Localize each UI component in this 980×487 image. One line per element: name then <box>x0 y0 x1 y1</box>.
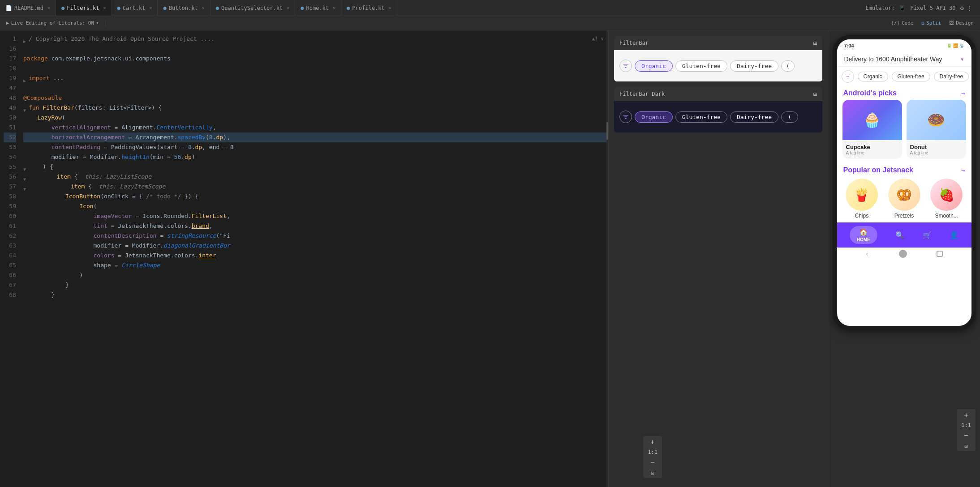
tab-button[interactable]: ● Button.kt ✕ <box>158 0 210 16</box>
phone-filter-icon[interactable] <box>842 70 854 83</box>
code-line-62: contentDescription = stringResource("Fi <box>23 231 608 241</box>
tab-close-icon[interactable]: ✕ <box>333 5 335 10</box>
chip-overflow-dark[interactable]: ( <box>781 111 798 123</box>
fold-icon[interactable]: ▶ <box>23 76 28 81</box>
back-btn[interactable]: ‹ <box>865 250 869 257</box>
fold-icon[interactable]: ▶ <box>23 37 28 41</box>
phone-delivery-text: Delivery to 1600 Amphitheater Way <box>844 56 942 63</box>
filterbar-preview-header: FilterBar ⊞ <box>614 36 822 50</box>
phone-nav-cart[interactable]: 🛒 <box>923 231 932 239</box>
phone-card-cupcake[interactable]: 🧁 Cupcake A tag line <box>842 100 902 159</box>
phone-popular-arrow[interactable]: → <box>961 167 965 174</box>
phone-androids-picks-arrow[interactable]: → <box>961 90 965 97</box>
code-line-47 <box>23 83 608 93</box>
editor-scrollbar[interactable] <box>606 30 608 487</box>
code-line-17: package com.example.jetsnack.ui.componen… <box>23 54 608 64</box>
tab-icon: ● <box>301 5 304 11</box>
tab-quantity[interactable]: ● QuantitySelector.kt ✕ <box>211 0 296 16</box>
filterbar-dark-preview-title: FilterBar Dark <box>619 91 665 97</box>
chip-gluten-free[interactable]: Gluten-free <box>675 60 727 72</box>
phone-delivery-bar[interactable]: Delivery to 1600 Amphitheater Way ▾ <box>837 52 971 67</box>
phone-card-donut[interactable]: 🍩 Donut A tag line <box>907 100 966 159</box>
code-view-btn[interactable]: ⟨/⟩ Code <box>888 19 916 27</box>
code-line-52: horizontalArrangement = Arrangement.spac… <box>23 132 608 142</box>
tab-close-icon[interactable]: ✕ <box>103 5 106 10</box>
filterbar-preview-card: FilterBar ⊞ Organic Gluten-free Dairy-fr… <box>614 36 822 81</box>
tab-profile[interactable]: ● Profile.kt ✕ <box>341 0 397 16</box>
phone-nav-home[interactable]: 🏠 HOME <box>850 226 877 244</box>
filter-chip-row: Organic Gluten-free Dairy-free ( <box>619 60 795 72</box>
settings-icon[interactable]: ⚙ <box>960 4 964 12</box>
phone-card-donut-sub: A tag line <box>910 150 963 155</box>
phone-card-donut-title: Donut <box>910 144 963 150</box>
tab-readme[interactable]: 📄 README.md ✕ <box>0 0 56 16</box>
fold-icon[interactable]: ▼ <box>23 165 28 169</box>
chip-organic-dark[interactable]: Organic <box>635 111 673 123</box>
fit-btn[interactable]: ⊡ <box>645 470 660 476</box>
tab-home[interactable]: ● Home.kt ✕ <box>295 0 341 16</box>
filterbar-preview-title: FilterBar <box>619 40 649 46</box>
filter-list-dark-icon[interactable] <box>619 111 632 123</box>
main-content: 1 16 17 18 19 47 48 49 50 51 52 53 54 55… <box>0 30 980 487</box>
chip-gluten-free-dark[interactable]: Gluten-free <box>675 111 727 123</box>
expand-dark-icon[interactable]: ⊞ <box>813 90 817 98</box>
code-line-63: modifier = Modifier.diagonalGradientBor <box>23 241 608 251</box>
code-line-66: ) <box>23 270 608 280</box>
code-line-16 <box>23 44 608 54</box>
design-icon: 🖼 <box>949 20 954 26</box>
code-line-1: ▶ / Copyright 2020 The Android Open Sour… <box>23 34 608 44</box>
chip-overflow[interactable]: ( <box>781 60 795 72</box>
phone-pop-pretzels[interactable]: 🥨 Pretzels <box>885 179 924 219</box>
phone-pop-chips[interactable]: 🍟 Chips <box>842 179 881 219</box>
tab-icon: ● <box>117 5 120 11</box>
phone-fit-btn[interactable]: ⊡ <box>959 443 974 449</box>
expand-icon[interactable]: ⊞ <box>813 39 817 47</box>
phone-nav-search[interactable]: 🔍 <box>895 231 904 239</box>
battery-icon: 🔋 <box>947 43 952 48</box>
phone-card-cupcake-img: 🧁 <box>842 100 902 140</box>
tab-close-icon[interactable]: ✕ <box>149 5 152 10</box>
phone-zoom-out[interactable]: − <box>959 431 974 440</box>
recents-btn[interactable] <box>937 251 943 257</box>
code-line-65: shape = CircleShape <box>23 261 608 270</box>
filterbar-preview-body: Organic Gluten-free Dairy-free ( <box>614 50 822 81</box>
zoom-out-btn[interactable]: − <box>645 458 660 466</box>
more-icon[interactable]: ⋮ <box>967 4 973 12</box>
design-view-btn[interactable]: 🖼 Design <box>946 19 976 27</box>
tab-close-icon[interactable]: ✕ <box>47 5 50 10</box>
tab-bar: 📄 README.md ✕ ● Filters.kt ✕ ● Cart.kt ✕… <box>0 0 980 16</box>
cart-icon: 🛒 <box>923 231 932 239</box>
home-circle-btn[interactable] <box>899 250 907 258</box>
zoom-in-btn[interactable]: + <box>645 438 660 446</box>
fold-icon[interactable]: ▼ <box>23 184 28 189</box>
search-icon: 🔍 <box>895 231 904 239</box>
tab-cart[interactable]: ● Cart.kt ✕ <box>112 0 158 16</box>
phone-pop-smoothie[interactable]: 🍓 Smooth... <box>927 179 966 219</box>
phone-dropdown-arrow-icon[interactable]: ▾ <box>960 56 964 63</box>
fold-icon[interactable]: ▼ <box>23 106 28 110</box>
code-line-56: ▼ item { this: LazyListScope <box>23 172 608 182</box>
tab-close-icon[interactable]: ✕ <box>389 5 391 10</box>
live-editing-toggle[interactable]: ▶ Live Editing of Literals: ON ▾ <box>4 19 102 27</box>
phone-popular-title: Popular on Jetsnack <box>843 166 914 174</box>
chip-dairy-free[interactable]: Dairy-free <box>730 60 778 72</box>
tab-filters[interactable]: ● Filters.kt ✕ <box>56 0 112 16</box>
tab-close-icon[interactable]: ✕ <box>202 5 205 10</box>
phone-zoom-in[interactable]: + <box>959 411 974 419</box>
phone-nav-profile[interactable]: 👤 <box>950 231 959 239</box>
chip-organic[interactable]: Organic <box>635 60 673 72</box>
phone-chip-organic[interactable]: Organic <box>858 72 888 81</box>
fold-icon[interactable]: ▼ <box>23 175 28 179</box>
code-line-19: ▶ import ... <box>23 73 608 83</box>
split-view-btn[interactable]: ⊞ Split <box>919 19 944 27</box>
tab-close-icon[interactable]: ✕ <box>287 5 289 10</box>
filter-list-icon[interactable] <box>619 60 632 72</box>
phone-chip-dairy[interactable]: Dairy-free <box>934 72 969 81</box>
tab-icon: ● <box>163 5 166 11</box>
code-line-48: @Composable <box>23 93 608 103</box>
phone-chip-gluten[interactable]: Gluten-free <box>892 72 930 81</box>
home-label: HOME <box>857 237 870 242</box>
chip-dairy-free-dark[interactable]: Dairy-free <box>730 111 778 123</box>
code-editor[interactable]: 1 16 17 18 19 47 48 49 50 51 52 53 54 55… <box>0 30 608 487</box>
phone-time: 7:04 <box>844 43 854 48</box>
